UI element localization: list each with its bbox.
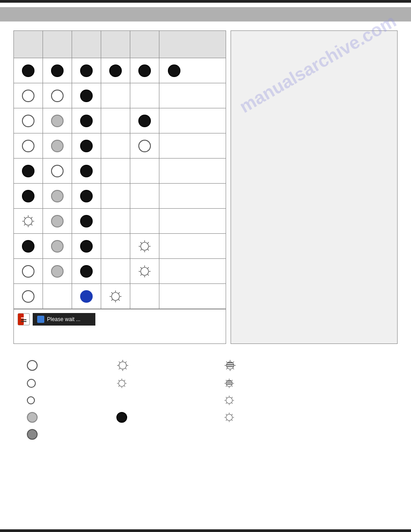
cell-10-1 [14,284,43,309]
cell-8-5 [130,234,159,258]
svg-line-100 [231,420,232,420]
cell-3-2 [43,108,72,133]
cell-1-4 [101,58,130,83]
cell-7-5 [130,209,159,233]
cell-9-1 [14,259,43,283]
svg-point-9 [141,242,149,250]
legend-item-striped2 [224,376,313,390]
col-header-5 [130,31,159,58]
cell-8-3 [72,234,101,258]
header-bar [0,7,411,21]
svg-line-99 [226,414,227,415]
please-wait-text: Please wait ... [47,316,81,322]
blink-led-icon [109,290,122,303]
cell-4-1 [14,133,43,158]
legend-striped-icon [224,359,236,372]
cell-2-5 [130,83,159,108]
cell-8-1 [14,234,43,258]
cell-1-5 [130,58,159,83]
cell-6-3 [72,184,101,208]
col-header-6 [159,31,188,58]
cell-9-2 [43,259,72,283]
svg-rect-40 [21,321,26,322]
legend-item-blink3 [224,393,313,408]
cell-9-3 [72,259,101,283]
legend-item-2 [27,377,98,390]
svg-line-17 [141,249,141,250]
svg-line-101 [231,414,232,415]
right-panel: manualsarchive.com [231,30,398,344]
progress-bar: Please wait ... [33,313,95,326]
cell-5-1 [14,159,43,183]
svg-line-47 [125,368,126,369]
legend-blink-sun-icon [224,395,235,406]
svg-line-46 [119,361,120,362]
svg-line-32 [111,292,112,293]
svg-line-84 [226,386,227,386]
svg-line-93 [226,403,227,403]
legend-led-white [27,360,38,371]
cell-7-2 [43,209,72,233]
svg-point-41 [119,362,126,369]
table-row [14,209,226,234]
svg-line-33 [119,299,120,300]
cell-3-5 [130,108,159,133]
legend-item-striped1 [224,357,313,373]
svg-point-18 [141,267,149,275]
cell-5-6 [159,159,188,183]
svg-line-15 [148,249,149,250]
cell-10-3 [72,284,101,309]
cell-6-1 [14,184,43,208]
svg-line-49 [119,368,120,369]
col-header-1 [14,31,43,58]
cell-1-3 [72,58,101,83]
svg-line-102 [226,420,227,420]
svg-line-26 [141,274,141,275]
cell-10-4 [101,284,130,309]
table-header-row [14,31,226,58]
svg-line-82 [231,386,232,386]
legend-item-1 [27,358,98,373]
svg-rect-38 [21,317,26,318]
legend-led-white-xs [27,396,35,404]
svg-point-85 [226,397,232,403]
legend-led-gray [27,412,38,423]
col-header-2 [43,31,72,58]
cell-7-3 [72,209,101,233]
cell-4-5 [130,133,159,158]
status-bar: Please wait ... [14,309,226,329]
svg-line-92 [231,397,232,398]
table-row [14,259,226,284]
blink-led-icon [138,265,151,278]
svg-line-59 [226,361,227,362]
svg-line-25 [148,267,149,268]
cell-5-2 [43,159,72,183]
table-row [14,58,226,83]
cell-2-3 [72,83,101,108]
svg-line-68 [119,380,120,381]
blink-led-icon [21,215,35,228]
svg-line-14 [141,242,141,243]
svg-line-24 [148,274,149,275]
legend-led-white-sm [27,379,36,388]
cell-8-4 [101,234,130,258]
legend-blink-sun-icon2 [224,412,235,423]
cell-9-6 [159,259,188,283]
legend-led-black [116,412,127,423]
svg-line-23 [141,267,141,268]
cell-10-6 [159,284,188,309]
status-calendar-icon [17,313,30,326]
legend-led-dark-gray [27,429,38,440]
bottom-border [0,529,411,532]
cell-4-2 [43,133,72,158]
cell-6-4 [101,184,130,208]
cell-8-2 [43,234,72,258]
svg-line-5 [24,217,25,218]
legend-item-empty5 [116,433,206,436]
cell-4-3 [72,133,101,158]
svg-line-60 [233,368,234,369]
svg-line-81 [226,380,227,381]
cell-3-6 [159,108,188,133]
svg-line-83 [231,380,232,381]
cell-5-5 [130,159,159,183]
